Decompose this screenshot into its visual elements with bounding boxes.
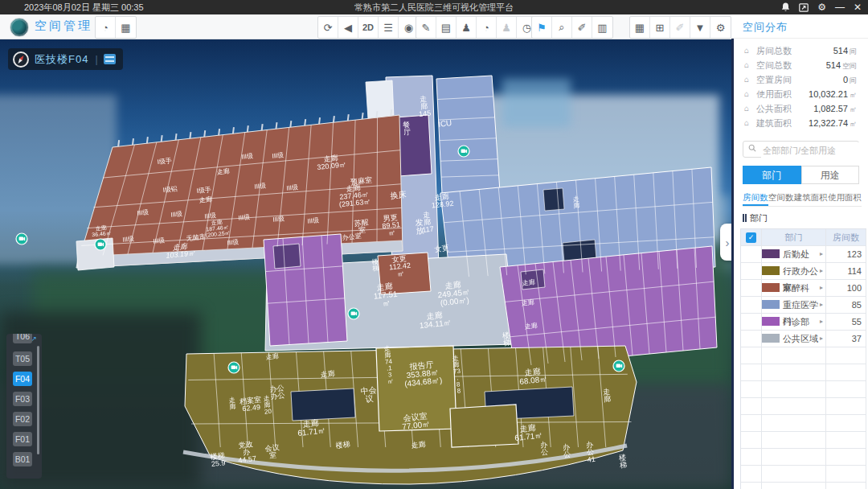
subtab-建筑面积[interactable]: 建筑面积 — [794, 190, 828, 206]
expand-arrow-icon[interactable]: ▸ — [820, 246, 823, 262]
table-row[interactable]: 门诊部▸55 — [741, 314, 866, 331]
stat-label: 建筑面积 — [756, 116, 792, 130]
expand-arrow-icon[interactable]: ▸ — [820, 297, 823, 313]
settings-gear-icon[interactable]: ⚙ — [817, 0, 826, 14]
building-name: 医技楼F04 — [35, 52, 88, 67]
select-all-checkbox[interactable]: ✓ — [746, 232, 756, 243]
subtab-空间数[interactable]: 空间数 — [768, 190, 794, 206]
camera-marker-icon[interactable] — [228, 362, 240, 373]
compass-icon — [12, 51, 30, 68]
search-input[interactable] — [761, 142, 859, 158]
panel-collapse-handle[interactable]: › — [720, 224, 731, 261]
flag-marker-icon[interactable]: ⚑ — [532, 17, 552, 38]
floorplan-region-rooms[interactable] — [366, 80, 394, 119]
filter-funnel-icon[interactable]: ▼ — [690, 17, 710, 38]
search-icon[interactable]: ⌕ — [552, 17, 572, 38]
plan-label: 楼梯 — [371, 258, 379, 273]
pie-chart-view-icon[interactable]: ◔ — [96, 17, 116, 38]
expand-arrow-icon[interactable]: ▸ — [820, 280, 823, 296]
chart-stats-icon[interactable]: ▥ — [592, 17, 612, 38]
stat-label: 房间总数 — [756, 43, 792, 58]
floor-list-icon[interactable] — [104, 54, 116, 64]
info-card-icon[interactable]: ▤ — [436, 17, 457, 38]
tab-部门[interactable]: 部门 — [743, 166, 801, 184]
plan-label: III级 — [254, 182, 267, 190]
stat-label: 公共面积 — [756, 101, 792, 116]
plan-label: 换床 — [390, 190, 407, 200]
plan-label: III级 — [238, 213, 251, 221]
stats-list: ⌂房间总数514间⌂空间总数514空间⌂空置房间0间⌂使用面积10,032.21… — [734, 43, 868, 130]
expand-arrow-icon[interactable]: ▸ — [820, 331, 823, 347]
floor-button-T06[interactable]: T06 — [13, 334, 32, 343]
screen-capture-icon[interactable] — [799, 0, 809, 14]
gauge-dashboard-icon[interactable]: ◔ — [477, 17, 497, 38]
select-arrow-icon[interactable]: ◀ — [338, 17, 358, 38]
table-row[interactable]: 麻醉科▸100 — [741, 280, 866, 297]
layout-blocks-icon[interactable]: ▦ — [630, 17, 650, 38]
notification-bell-icon[interactable] — [781, 0, 790, 14]
measure-tool-icon[interactable]: ✎ — [416, 17, 436, 38]
os-title-bar: 2023年08月02日 星期三 00:35 常熟市第二人民医院三维可视化管理平台… — [0, 0, 868, 14]
camera-marker-icon[interactable] — [613, 360, 624, 372]
plan-label: 走廊 — [199, 195, 212, 204]
minimize-icon[interactable]: — — [835, 0, 845, 14]
stat-row: ⌂空间总数514空间 — [734, 58, 868, 72]
plan-label: 楼梯 — [502, 331, 511, 347]
table-row[interactable]: 重症医学科▸85 — [741, 297, 866, 314]
camera-marker-icon[interactable] — [458, 146, 469, 157]
mode-2d-icon[interactable]: 2D — [358, 17, 379, 38]
plan-label: 走廊 — [411, 440, 426, 450]
data-table-icon[interactable]: ⊞ — [650, 17, 670, 38]
close-icon[interactable]: ✕ — [854, 0, 862, 14]
plan-label: III级 — [272, 151, 285, 159]
stat-label: 使用面积 — [756, 87, 792, 101]
floor-button-F02[interactable]: F02 — [13, 412, 32, 426]
plan-label: ICU — [437, 118, 452, 129]
camera-marker-icon[interactable] — [348, 308, 359, 319]
expand-arrow-icon[interactable]: ▸ — [820, 263, 823, 279]
table-row-empty — [741, 381, 866, 398]
table-row-empty — [741, 415, 866, 432]
scene-3d-viewport[interactable]: I级手III级III级走廊I级铝I级手III级III级走廊III级III级III… — [0, 39, 731, 489]
person-track-icon[interactable]: ♟ — [457, 17, 477, 38]
subtab-使用面积[interactable]: 使用面积 — [828, 190, 862, 206]
stat-value: 1,082.57㎡ — [813, 101, 857, 117]
floor-button-F03[interactable]: F03 — [13, 392, 32, 406]
plan-label: 走廊 — [265, 352, 279, 361]
plan-label: III级 — [227, 238, 240, 246]
table-row[interactable]: 公共区域▸37 — [741, 331, 866, 347]
department-color-swatch — [762, 266, 780, 275]
panel-title: 空间分布 — [743, 20, 788, 35]
person-disabled-icon: ♟ — [497, 17, 517, 38]
tab-用途[interactable]: 用途 — [801, 166, 860, 184]
stat-value: 0间 — [843, 72, 857, 88]
metric-subtabs: 房间数空间数建筑面积使用面积 — [743, 190, 862, 207]
floorplan-region-meeting-room[interactable] — [450, 405, 518, 447]
plan-label: III级 — [286, 183, 299, 191]
edit-note-icon[interactable]: ✐ — [572, 17, 592, 38]
expand-arrow-icon[interactable]: ▸ — [820, 314, 823, 330]
floor-button-T05[interactable]: T05 — [13, 351, 32, 366]
table-row[interactable]: 后勤处▸123 — [741, 246, 866, 263]
stat-value: 10,032.21㎡ — [809, 87, 857, 102]
grid-view-icon[interactable]: ▦ — [116, 17, 136, 38]
floor-button-B01[interactable]: B01 — [13, 452, 32, 466]
floor-button-F04[interactable]: F04 — [13, 372, 32, 386]
camera-marker-icon[interactable] — [95, 239, 106, 250]
floorplan-region-logistics[interactable] — [273, 244, 301, 269]
table-row[interactable]: 行政办公室▸114 — [741, 263, 866, 280]
camera-marker-icon[interactable] — [16, 233, 27, 244]
reset-view-icon[interactable]: ⟳ — [318, 17, 338, 38]
floor-button-F01[interactable]: F01 — [13, 432, 32, 446]
floorplan-courtyard — [543, 188, 564, 211]
toolbar-group-tools: ✎▤♟◔♟◷ — [416, 16, 538, 39]
plan-label: 会议室77.00㎡ — [401, 411, 431, 431]
table-row-empty — [741, 483, 866, 489]
stat-row: ⌂使用面积10,032.21㎡ — [734, 87, 868, 101]
settings-gear-icon[interactable]: ⚙ — [710, 17, 731, 38]
floor-selector-scrollbar[interactable] — [37, 346, 39, 454]
building-icon: ⌂ — [744, 87, 749, 101]
subtab-房间数[interactable]: 房间数 — [743, 190, 768, 206]
toolbar-group-data: ▦⊞✐▼⚙ — [629, 16, 731, 39]
layer-sliders-icon[interactable]: ☰ — [379, 17, 399, 38]
